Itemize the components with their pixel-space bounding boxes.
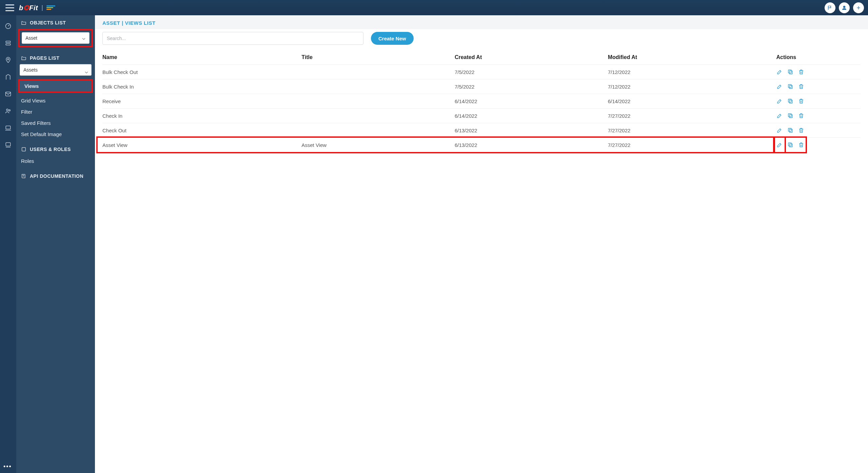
- cell-created: 6/13/2022: [455, 142, 608, 148]
- delete-icon[interactable]: [798, 113, 804, 119]
- svg-rect-15: [6, 126, 10, 129]
- cell-actions: [776, 83, 861, 90]
- svg-rect-42: [789, 144, 792, 147]
- flag-button[interactable]: [825, 2, 835, 13]
- col-title: Title: [301, 54, 455, 60]
- edit-icon[interactable]: [776, 127, 783, 133]
- breadcrumb-text: ASSET | VIEWS LIST: [102, 20, 156, 26]
- col-created: Created At: [455, 54, 608, 60]
- more-icon[interactable]: •••: [3, 463, 12, 470]
- copy-icon[interactable]: [787, 142, 793, 148]
- svg-rect-30: [789, 100, 792, 103]
- cell-name: Bulk Check In: [102, 84, 301, 90]
- object-select-highlight: Asset: [18, 29, 93, 47]
- mail-icon[interactable]: [3, 89, 14, 99]
- delete-icon[interactable]: [798, 127, 804, 133]
- svg-point-3: [843, 6, 845, 7]
- col-name: Name: [102, 54, 301, 60]
- cell-created: 6/14/2022: [455, 113, 608, 119]
- nav-default-image-label: Set Default Image: [21, 131, 62, 137]
- main: ••• OBJECTS LIST Asset PAGES LIST Assets: [0, 15, 868, 473]
- cell-actions: [776, 98, 861, 104]
- svg-rect-22: [789, 71, 792, 74]
- nav-views[interactable]: Views: [20, 80, 92, 92]
- cell-modified: 6/14/2022: [608, 98, 776, 104]
- cell-modified: 7/12/2022: [608, 84, 776, 90]
- nav-saved-filters[interactable]: Saved Filters: [16, 117, 95, 129]
- delete-icon[interactable]: [798, 98, 804, 104]
- svg-rect-35: [788, 114, 791, 117]
- create-new-button[interactable]: Create New: [371, 32, 414, 45]
- svg-point-14: [9, 110, 10, 111]
- nav-filter[interactable]: Filter: [16, 106, 95, 117]
- cell-name: Check In: [102, 113, 301, 119]
- cell-actions: [776, 127, 861, 133]
- location-icon[interactable]: [3, 55, 14, 65]
- device-icon[interactable]: [3, 139, 14, 150]
- nav-filter-label: Filter: [21, 109, 32, 115]
- table-row: Asset ViewAsset View6/13/20227/27/2022: [102, 137, 861, 152]
- storage-icon[interactable]: [3, 38, 14, 49]
- add-button[interactable]: [853, 2, 864, 13]
- table-row: Receive6/14/20226/14/2022: [102, 94, 861, 108]
- views-table: Name Title Created At Modified At Action…: [95, 50, 868, 152]
- sidebar: OBJECTS LIST Asset PAGES LIST Assets: [16, 15, 95, 473]
- cell-name: Check Out: [102, 128, 301, 133]
- delete-icon[interactable]: [798, 83, 804, 90]
- copy-icon[interactable]: [787, 69, 793, 75]
- search-input[interactable]: [102, 32, 363, 45]
- topbar: b✪Fit |: [0, 0, 868, 15]
- api-doc-label: API DOCUMENTATION: [30, 173, 83, 179]
- svg-point-13: [6, 109, 8, 111]
- delete-icon[interactable]: [798, 69, 804, 75]
- logo-fit: Fit: [29, 4, 38, 12]
- nav-grid-views[interactable]: Grid Views: [16, 95, 95, 106]
- pages-list-label: PAGES LIST: [30, 55, 59, 61]
- dashboard-icon[interactable]: [3, 21, 14, 32]
- copy-icon[interactable]: [787, 98, 793, 104]
- breadcrumb: ASSET | VIEWS LIST: [95, 15, 868, 29]
- table-row: Bulk Check Out7/5/20227/12/2022: [102, 64, 861, 79]
- cell-modified: 7/27/2022: [608, 128, 776, 133]
- cell-name: Asset View: [102, 142, 301, 148]
- object-select[interactable]: Asset: [22, 32, 90, 44]
- building-icon[interactable]: [3, 72, 14, 82]
- users-icon[interactable]: [3, 106, 14, 116]
- laptop-icon[interactable]: [3, 122, 14, 133]
- logo-bars-icon: [46, 5, 55, 10]
- edit-icon[interactable]: [776, 69, 783, 75]
- copy-icon[interactable]: [787, 113, 793, 119]
- api-doc-header[interactable]: API DOCUMENTATION: [16, 169, 95, 182]
- nav-roles[interactable]: Roles: [16, 155, 95, 167]
- nav-grid-views-label: Grid Views: [21, 98, 45, 103]
- pages-list-header: PAGES LIST: [16, 51, 95, 64]
- app-logo: b✪Fit |: [19, 4, 55, 12]
- cell-name: Receive: [102, 98, 301, 104]
- nav-views-label: Views: [24, 83, 39, 89]
- edit-icon[interactable]: [776, 83, 783, 90]
- copy-icon[interactable]: [787, 83, 793, 90]
- svg-point-9: [7, 58, 9, 60]
- user-button[interactable]: [839, 2, 850, 13]
- svg-rect-26: [789, 86, 792, 89]
- cell-actions: [776, 69, 861, 75]
- edit-icon[interactable]: [776, 113, 783, 119]
- cell-actions: [776, 142, 861, 148]
- hamburger-menu[interactable]: [4, 2, 16, 14]
- copy-icon[interactable]: [787, 127, 793, 133]
- edit-icon[interactable]: [776, 98, 783, 104]
- svg-rect-12: [6, 92, 11, 96]
- edit-icon[interactable]: [776, 142, 783, 148]
- svg-rect-8: [6, 44, 10, 45]
- page-select[interactable]: Assets: [20, 64, 92, 76]
- table-row: Check In6/14/20227/27/2022: [102, 108, 861, 123]
- create-new-label: Create New: [378, 36, 406, 41]
- page-nav: Views Grid Views Filter Saved Filters Se…: [16, 79, 95, 142]
- toolbar: Create New: [95, 29, 868, 50]
- objects-list-label: OBJECTS LIST: [30, 20, 66, 25]
- nav-default-image[interactable]: Set Default Image: [16, 129, 95, 140]
- cell-modified: 7/27/2022: [608, 113, 776, 119]
- logo-heart: ✪: [23, 4, 29, 12]
- nav-saved-filters-label: Saved Filters: [21, 120, 51, 126]
- delete-icon[interactable]: [798, 142, 804, 148]
